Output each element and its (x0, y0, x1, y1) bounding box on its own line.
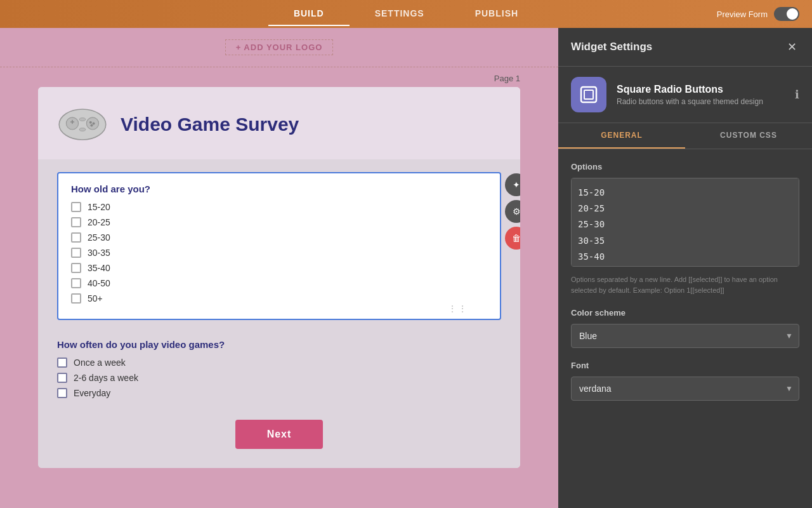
question2-text: How often do you play video games? (57, 339, 501, 350)
settings-button[interactable]: ⚙ (505, 200, 520, 223)
widget-icon-wrap (571, 77, 606, 112)
game-controller-icon (57, 102, 108, 147)
option-label: 25-30 (88, 232, 110, 243)
checkbox-15-20[interactable] (71, 202, 81, 212)
svg-point-6 (93, 122, 95, 124)
list-item[interactable]: 30-35 (71, 248, 487, 258)
svg-point-7 (90, 124, 93, 127)
font-select[interactable]: verdana Arial Georgia Times New Roman Co… (571, 377, 799, 401)
svg-point-9 (79, 128, 86, 131)
option-label: 30-35 (88, 248, 110, 258)
options-hint: Options separated by a new line. Add [[s… (571, 274, 799, 295)
info-icon[interactable]: ℹ (795, 88, 799, 102)
panel-header: Widget Settings ✕ (558, 28, 812, 67)
option-label: Everyday (74, 388, 110, 398)
svg-point-5 (89, 121, 92, 124)
checkbox-25-30[interactable] (71, 232, 81, 243)
option-label: 20-25 (88, 217, 110, 227)
color-scheme-field-group: Color scheme Blue Red Green Purple Orang… (571, 308, 799, 348)
list-item[interactable]: 50+ (71, 293, 487, 304)
options-textarea[interactable]: 15-20 20-25 25-30 30-35 35-40 (571, 178, 799, 267)
svg-point-8 (79, 118, 86, 121)
list-item[interactable]: 2-6 days a week (57, 373, 501, 383)
top-nav: BUILD SETTINGS PUBLISH Preview Form (0, 0, 812, 28)
svg-rect-10 (581, 87, 596, 102)
widget-desc: Radio buttons with a square themed desig… (617, 97, 763, 106)
color-scheme-select-wrap: Blue Red Green Purple Orange ▼ (571, 324, 799, 348)
svg-rect-4 (72, 120, 73, 124)
tab-build[interactable]: BUILD (268, 2, 350, 26)
preview-form-toggle: Preview Form (717, 7, 799, 21)
svg-rect-11 (584, 90, 593, 99)
question1-options: 15-20 20-25 25-30 30-35 35-40 40-50 50+ (71, 202, 487, 304)
tab-settings[interactable]: SETTINGS (350, 2, 450, 26)
checkbox-40-50[interactable] (71, 278, 81, 288)
question2-options: Once a week 2-6 days a week Everyday (57, 358, 501, 398)
next-button[interactable]: Next (235, 420, 324, 449)
checkbox-everyday[interactable] (57, 388, 67, 398)
widget-name: Square Radio Buttons (617, 84, 763, 95)
logo-placeholder[interactable]: + ADD YOUR LOGO (225, 39, 334, 55)
logo-bar: + ADD YOUR LOGO (0, 28, 558, 67)
option-label: 2-6 days a week (74, 373, 138, 383)
tab-custom-css[interactable]: CUSTOM CSS (685, 123, 812, 149)
checkbox-2-6-days[interactable] (57, 373, 67, 383)
option-label: 15-20 (88, 202, 110, 212)
font-select-wrap: verdana Arial Georgia Times New Roman Co… (571, 377, 799, 401)
panel-tabs: GENERAL CUSTOM CSS (558, 123, 812, 149)
checkbox-30-35[interactable] (71, 248, 81, 258)
list-item[interactable]: 15-20 (71, 202, 487, 212)
option-label: 40-50 (88, 278, 110, 288)
widget-meta: Square Radio Buttons Radio buttons with … (617, 84, 763, 106)
question-block-1: How old are you? 15-20 20-25 25-30 30-35… (57, 172, 501, 320)
form-body: How old are you? 15-20 20-25 25-30 30-35… (38, 159, 520, 468)
list-item[interactable]: 35-40 (71, 263, 487, 273)
option-label: 50+ (88, 293, 103, 304)
next-button-wrap: Next (57, 420, 501, 449)
panel-title: Widget Settings (571, 41, 652, 53)
canvas-area: + ADD YOUR LOGO Page 1 Video Gam (0, 28, 558, 508)
font-field-group: Font verdana Arial Georgia Times New Rom… (571, 361, 799, 401)
magic-wand-button[interactable]: ✦ (505, 173, 520, 196)
form-header: Video Game Survey (38, 87, 520, 159)
list-item[interactable]: Everyday (57, 388, 501, 398)
form-title: Video Game Survey (121, 114, 299, 135)
main-layout: + ADD YOUR LOGO Page 1 Video Gam (0, 28, 812, 508)
checkbox-20-25[interactable] (71, 217, 81, 227)
options-label: Options (571, 162, 799, 171)
page-label: Page 1 (38, 74, 520, 83)
list-item[interactable]: 25-30 (71, 232, 487, 243)
color-scheme-label: Color scheme (571, 308, 799, 318)
color-scheme-select[interactable]: Blue Red Green Purple Orange (571, 324, 799, 348)
options-field-group: Options 15-20 20-25 25-30 30-35 35-40 Op… (571, 162, 799, 295)
preview-toggle-switch[interactable] (774, 7, 799, 21)
font-label: Font (571, 361, 799, 370)
widget-info: Square Radio Buttons Radio buttons with … (558, 67, 812, 123)
option-label: Once a week (74, 358, 126, 368)
list-item[interactable]: Once a week (57, 358, 501, 368)
delete-button[interactable]: 🗑 (505, 227, 520, 250)
widget-settings-panel: Widget Settings ✕ Square Radio Buttons R… (558, 28, 812, 508)
question1-text: How old are you? (71, 184, 487, 194)
close-button[interactable]: ✕ (784, 39, 799, 55)
checkbox-once-week[interactable] (57, 358, 67, 368)
square-radio-icon (579, 84, 599, 105)
checkbox-50plus[interactable] (71, 293, 81, 304)
drag-handle[interactable]: ⋮⋮ (448, 304, 468, 314)
option-label: 35-40 (88, 263, 110, 273)
nav-tabs: BUILD SETTINGS PUBLISH (268, 2, 544, 26)
panel-content: Options 15-20 20-25 25-30 30-35 35-40 Op… (558, 149, 812, 508)
checkbox-35-40[interactable] (71, 263, 81, 273)
preview-form-label: Preview Form (717, 10, 768, 19)
list-item[interactable]: 20-25 (71, 217, 487, 227)
question-block-2: How often do you play video games? Once … (57, 333, 501, 410)
form-card: Video Game Survey How old are you? 15-20… (38, 87, 520, 468)
tab-general[interactable]: GENERAL (558, 123, 685, 149)
tab-publish[interactable]: PUBLISH (450, 2, 544, 26)
list-item[interactable]: 40-50 (71, 278, 487, 288)
